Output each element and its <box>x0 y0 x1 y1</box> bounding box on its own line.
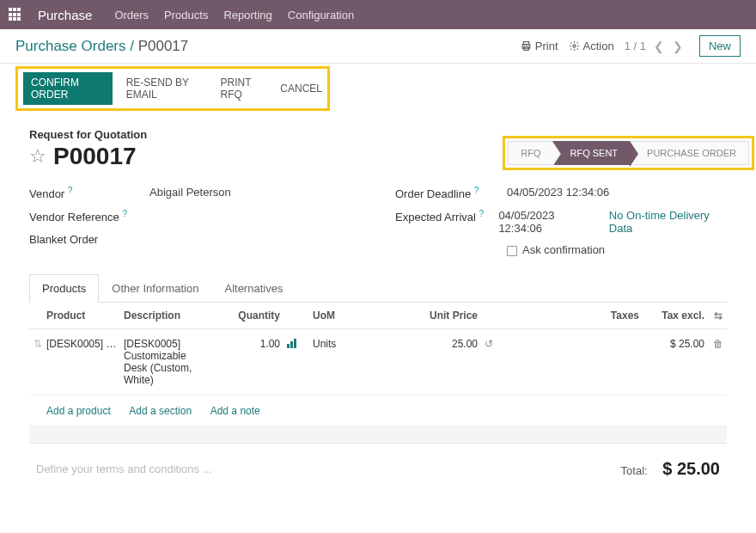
table-row[interactable]: ⇅ [DESK0005] Cu... [DESK0005] Customizab… <box>29 329 727 395</box>
pager: 1 / 1 ❮ ❯ <box>625 40 684 53</box>
new-button[interactable]: New <box>699 35 741 57</box>
svg-rect-6 <box>294 339 296 348</box>
arrival-value[interactable]: 04/05/2023 12:34:06 <box>498 209 593 235</box>
table-footer-band <box>29 426 727 444</box>
print-icon <box>521 40 532 52</box>
notebook-tabs: Products Other Information Alternatives <box>29 273 727 303</box>
vendor-value[interactable]: Abigail Peterson <box>149 186 231 199</box>
breadcrumb: Purchase Orders / P00017 <box>15 38 188 55</box>
status-rfq[interactable]: RFQ <box>508 141 552 165</box>
cancel-button[interactable]: CANCEL <box>280 83 322 95</box>
th-tax-excl[interactable]: Tax excl. <box>639 309 710 322</box>
form-footer: Define your terms and conditions ... Tot… <box>29 444 727 494</box>
action-label: Action <box>583 40 614 52</box>
ask-confirmation-checkbox[interactable] <box>507 246 517 256</box>
action-button[interactable]: Action <box>569 40 614 52</box>
th-description[interactable]: Description <box>124 309 218 322</box>
drag-handle-icon[interactable]: ⇅ <box>29 338 46 350</box>
cell-product[interactable]: [DESK0005] Cu... <box>46 338 124 350</box>
tab-products[interactable]: Products <box>29 274 99 303</box>
breadcrumb-sep: / <box>126 38 138 54</box>
cell-tax-excl: $ 25.00 <box>639 338 710 350</box>
nav-reporting[interactable]: Reporting <box>223 9 271 21</box>
vendor-ref-label: Vendor Reference ? <box>29 209 149 224</box>
svg-rect-4 <box>287 344 290 348</box>
priority-star-icon[interactable]: ☆ <box>29 145 46 168</box>
order-name: P00017 <box>53 143 137 170</box>
add-section-link[interactable]: Add a section <box>129 405 192 417</box>
th-uom[interactable]: UoM <box>313 309 381 322</box>
ask-confirmation-label: Ask confirmation <box>522 243 605 256</box>
table-header: Product Description Quantity UoM Unit Pr… <box>29 303 727 329</box>
tab-other-information[interactable]: Other Information <box>99 274 211 303</box>
add-row: Add a product Add a section Add a note <box>29 395 727 426</box>
ask-confirmation-row: Ask confirmation <box>507 243 605 256</box>
column-options-icon[interactable]: ⇆ <box>710 309 727 322</box>
total-value: $ 25.00 <box>662 459 720 478</box>
deadline-value[interactable]: 04/05/2023 12:34:06 <box>507 186 609 199</box>
deadline-label: Order Deadline ? <box>395 186 507 200</box>
cell-description[interactable]: [DESK0005] Customizable Desk (Custom, Wh… <box>124 338 218 386</box>
pager-count: 1 / 1 <box>625 40 646 52</box>
add-note-link[interactable]: Add a note <box>210 405 260 417</box>
app-name[interactable]: Purchase <box>38 8 92 22</box>
top-navbar: Purchase Orders Products Reporting Confi… <box>0 0 756 29</box>
pager-prev-icon[interactable]: ❮ <box>653 40 665 53</box>
th-product[interactable]: Product <box>46 309 124 322</box>
status-rfq-sent[interactable]: RFQ SENT <box>552 141 630 165</box>
total-row: Total: $ 25.00 <box>621 459 720 479</box>
vendor-label: Vendor ? <box>29 186 149 200</box>
vendor-ref-help-icon[interactable]: ? <box>122 209 127 218</box>
history-icon[interactable]: ↺ <box>485 338 510 350</box>
blanket-order-label: Blanket Order <box>29 233 149 246</box>
pager-next-icon[interactable]: ❯ <box>672 40 684 53</box>
apps-icon[interactable] <box>9 8 22 21</box>
print-rfq-button[interactable]: PRINT RFQ <box>221 77 267 101</box>
th-quantity[interactable]: Quantity <box>218 309 287 322</box>
gear-icon <box>569 40 580 52</box>
cell-quantity[interactable]: 1.00 <box>218 338 287 350</box>
add-product-link[interactable]: Add a product <box>46 405 111 417</box>
cell-unit-price[interactable]: 25.00 <box>381 338 485 350</box>
cell-uom[interactable]: Units <box>313 338 381 350</box>
action-buttons-highlight: CONFIRM ORDER RE-SEND BY EMAIL PRINT RFQ… <box>15 66 330 111</box>
resend-email-button[interactable]: RE-SEND BY EMAIL <box>126 77 207 101</box>
arrival-help-icon[interactable]: ? <box>479 209 485 218</box>
th-unit-price[interactable]: Unit Price <box>381 309 485 322</box>
breadcrumb-root[interactable]: Purchase Orders <box>15 38 126 54</box>
tab-alternatives[interactable]: Alternatives <box>211 274 296 303</box>
header-bar: Purchase Orders / P00017 Print Action 1 … <box>0 29 756 64</box>
action-buttons: CONFIRM ORDER RE-SEND BY EMAIL PRINT RFQ… <box>23 72 322 105</box>
terms-input[interactable]: Define your terms and conditions ... <box>36 463 212 475</box>
svg-rect-5 <box>290 341 293 348</box>
status-purchase-order[interactable]: PURCHASE ORDER <box>630 141 749 165</box>
nav-configuration[interactable]: Configuration <box>288 9 354 21</box>
total-label: Total: <box>621 464 648 477</box>
status-bar: RFQ RFQ SENT PURCHASE ORDER <box>508 141 749 165</box>
print-label: Print <box>535 40 558 52</box>
status-bar-highlight: RFQ RFQ SENT PURCHASE ORDER <box>503 136 754 170</box>
forecast-chart-icon[interactable] <box>287 338 313 351</box>
breadcrumb-current: P00017 <box>138 38 189 54</box>
deadline-help-icon[interactable]: ? <box>474 186 479 195</box>
confirm-order-button[interactable]: CONFIRM ORDER <box>23 72 113 105</box>
nav-orders[interactable]: Orders <box>114 9 149 21</box>
header-actions: Print Action 1 / 1 ❮ ❯ New <box>521 35 741 57</box>
delete-row-icon[interactable]: 🗑 <box>710 338 727 350</box>
ontime-delivery-link[interactable]: No On-time Delivery Data <box>609 209 727 235</box>
vendor-help-icon[interactable]: ? <box>68 186 73 195</box>
print-button[interactable]: Print <box>521 40 558 52</box>
th-taxes[interactable]: Taxes <box>510 309 639 322</box>
order-lines-table: Product Description Quantity UoM Unit Pr… <box>29 303 727 426</box>
svg-point-3 <box>572 45 575 47</box>
nav-products[interactable]: Products <box>164 9 208 21</box>
arrival-label: Expected Arrival ? <box>395 209 498 224</box>
